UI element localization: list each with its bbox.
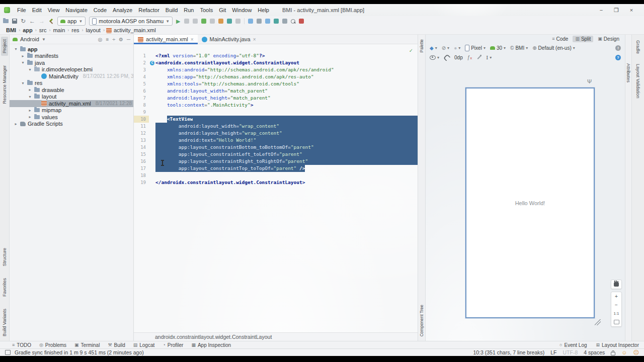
menu-git[interactable]: Git (216, 7, 229, 13)
menu-help[interactable]: Help (255, 7, 272, 13)
toolwindow-terminal[interactable]: ▣Terminal (74, 342, 100, 348)
night-mode-select[interactable]: ●▾ (454, 45, 460, 51)
project-view-select[interactable]: Android (20, 36, 39, 42)
breadcrumb-item-res[interactable]: res (70, 27, 80, 33)
sidebar-item-project[interactable]: Project (1, 37, 8, 56)
breadcrumb-item-bmi[interactable]: BMI (5, 27, 17, 33)
locale-select[interactable]: ⊕ Default (en-us)▾ (532, 45, 575, 51)
menu-window[interactable]: Window (229, 7, 255, 13)
issue-badge[interactable]: ! (615, 45, 621, 51)
apply-code-changes-icon[interactable] (193, 19, 198, 24)
tree-item-activity-main-xml[interactable]: activity_main.xml8/17/2021 12:28 PM, 784… (10, 100, 133, 107)
tree-item-drawable[interactable]: ▸drawable (10, 86, 133, 94)
more-tool-windows-icon[interactable] (282, 19, 287, 24)
run-config-select[interactable]: app ▼ (57, 17, 86, 26)
breadcrumb-item-activity-main-xml[interactable]: activity_main.xml (113, 27, 157, 33)
tree-item-res[interactable]: ▾res (10, 80, 133, 87)
debug-icon[interactable] (201, 19, 206, 24)
breadcrumb-item-src[interactable]: src (38, 27, 48, 33)
sync-icon[interactable]: ↻ (21, 18, 26, 24)
inspection-ok-icon[interactable]: ✓ (409, 47, 413, 54)
design-surface-select[interactable]: ◆▾ (430, 45, 437, 51)
menu-code[interactable]: Code (91, 7, 110, 13)
menu-analyze[interactable]: Analyze (110, 7, 135, 13)
device-preview[interactable]: Hello World! (465, 87, 595, 318)
lock-icon[interactable] (611, 352, 615, 355)
tab-attributes[interactable]: Attributes (625, 61, 632, 85)
tree-item-java[interactable]: ▾java (10, 59, 133, 66)
close-button[interactable]: × (624, 7, 639, 13)
toolwindow-layout-inspector[interactable]: ⊞Layout Inspector (596, 342, 639, 348)
attach-debugger-icon[interactable] (210, 19, 215, 24)
tree-item-mipmap[interactable]: ▸mipmap (10, 107, 133, 114)
caret-position[interactable]: 10:3 (351 chars, 7 line breaks) (473, 349, 544, 355)
save-all-icon[interactable] (12, 19, 17, 24)
view-options-select[interactable]: ▾ (430, 55, 439, 60)
menu-build[interactable]: Build (163, 7, 181, 13)
menu-file[interactable]: File (14, 7, 29, 13)
autoconnect-magnet-icon[interactable] (443, 54, 451, 61)
line-ending[interactable]: LF (550, 349, 556, 355)
expand-all-icon[interactable]: ≡ (106, 37, 109, 42)
tab-activity-main-xml[interactable]: activity_main.xml× (134, 35, 198, 44)
indent-setting[interactable]: 4 spaces (584, 349, 605, 355)
device-for-preview-select[interactable]: Pixel▾ (465, 45, 486, 51)
tree-item-manifests[interactable]: ▸manifests (10, 53, 133, 60)
layout-inspector-icon[interactable] (274, 19, 279, 24)
default-margins-button[interactable]: 0dp (454, 55, 463, 60)
zoom-in-button[interactable]: + (611, 292, 621, 301)
toolwindow-event-log[interactable]: ○Event Log (559, 342, 587, 348)
menu-tools[interactable]: Tools (197, 7, 216, 13)
profile-app-icon[interactable] (299, 19, 304, 24)
device-manager-icon[interactable] (248, 19, 253, 24)
menu-run[interactable]: Run (181, 7, 197, 13)
feedback-happy-icon[interactable]: ☺ (621, 350, 627, 355)
design-canvas[interactable]: Ψ Hello World! + − 1:1 (426, 62, 625, 341)
file-encoding[interactable]: UTF-8 (563, 349, 578, 355)
tree-item-layout[interactable]: ▾layout (10, 94, 133, 101)
locate-file-icon[interactable]: ◎ (98, 37, 103, 42)
gear-icon[interactable]: ⚙ (119, 37, 123, 42)
guidelines-select[interactable]: I▾ (486, 55, 492, 60)
zoom-out-button[interactable]: − (611, 301, 621, 309)
search-everywhere-icon[interactable] (291, 19, 295, 24)
tab-mainactivity-java[interactable]: MainActivity.java× (198, 35, 260, 44)
open-icon[interactable] (3, 19, 9, 23)
clear-constraints-icon[interactable]: ƒx (467, 55, 472, 60)
gradle-sync-icon[interactable] (227, 19, 232, 24)
infer-constraints-icon[interactable] (476, 55, 481, 60)
breadcrumb-item-layout[interactable]: layout (85, 27, 102, 33)
sidebar-item-structure[interactable]: Structure (1, 245, 8, 269)
theme-select[interactable]: © BMI▾ (510, 45, 528, 51)
zoom-fit-button[interactable] (611, 318, 621, 326)
pan-button[interactable] (611, 280, 621, 289)
code-editor[interactable]: ✓ 1<?xml version="1.0" encoding="utf-8"?… (134, 44, 418, 332)
device-select[interactable]: motorola AOSP on Shamu ▼ (89, 17, 173, 26)
minimize-button[interactable]: − (594, 7, 609, 13)
editor-breadcrumb[interactable]: androidx.constraintlayout.widget.Constra… (134, 332, 418, 341)
forward-icon[interactable]: → (39, 18, 45, 24)
sdk-manager-icon[interactable] (257, 19, 262, 24)
build-hammer-icon[interactable] (48, 19, 54, 24)
preview-textview[interactable]: Hello World! (515, 200, 545, 206)
apply-changes-icon[interactable] (184, 19, 189, 24)
sidebar-item-layout-validation[interactable]: Layout Validation (634, 61, 641, 101)
run-button[interactable]: ▶ (176, 18, 180, 25)
profile-icon[interactable] (218, 19, 223, 24)
mode-design[interactable]: ▣Design (595, 36, 622, 42)
menu-edit[interactable]: Edit (29, 7, 45, 13)
tree-item-app[interactable]: ▾app (10, 46, 133, 53)
mode-code[interactable]: ≡Code (549, 36, 571, 42)
stop-icon[interactable] (235, 19, 240, 24)
close-icon[interactable]: × (253, 37, 256, 42)
restore-button[interactable]: ❐ (609, 7, 624, 14)
toolwindow-problems[interactable]: ◎Problems (39, 342, 66, 348)
tree-item-values[interactable]: ▸values (10, 114, 133, 121)
tab-component-tree[interactable]: Component Tree (418, 302, 425, 339)
mode-split[interactable]: ▥Split (573, 36, 593, 42)
breadcrumb-item-app[interactable]: app (22, 27, 34, 33)
tab-palette[interactable]: Palette (418, 37, 425, 55)
tree-item-ir-dimodeveloper-bmi[interactable]: ▾ir.dimodeveloper.bmi (10, 66, 133, 73)
api-version-select[interactable]: 30▾ (490, 45, 506, 51)
toolwindow-todo[interactable]: ≡TODO (12, 342, 31, 348)
